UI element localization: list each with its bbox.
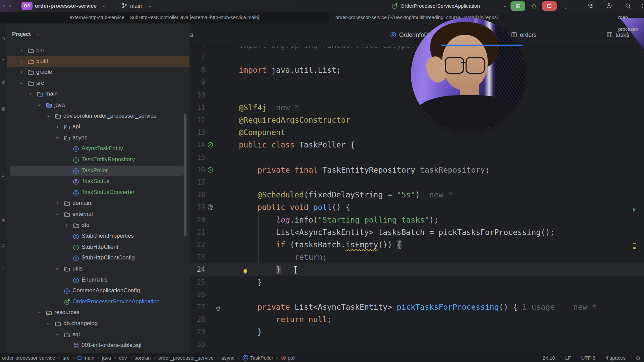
project-selector[interactable]: order-processor-service bbox=[35, 0, 97, 12]
breadcrumb-dev[interactable]: dev bbox=[119, 355, 127, 361]
divider[interactable]: − bbox=[0, 57, 7, 62]
chevron-right-icon[interactable]: › bbox=[19, 45, 24, 56]
code-line-30[interactable]: 30 bbox=[190, 339, 644, 351]
tree-item-async[interactable]: ›async bbox=[7, 132, 190, 143]
code-line-12[interactable]: 12@RequiredArgsConstructor bbox=[190, 114, 644, 126]
tree-item-AsyncTaskEntity[interactable]: CAsyncTaskEntity bbox=[7, 143, 190, 154]
chevron-down-icon[interactable]: ⌄ bbox=[148, 0, 152, 12]
chevron-down-icon[interactable]: › bbox=[52, 266, 63, 272]
chevron-right-icon[interactable]: › bbox=[55, 198, 60, 209]
code-line-23[interactable]: 23 return; bbox=[190, 251, 644, 263]
services-tool-icon[interactable]: ◆ bbox=[0, 217, 7, 222]
chevron-down-icon[interactable]: › bbox=[34, 310, 45, 315]
breadcrumb-TaskPoller[interactable]: CTaskPoller bbox=[242, 355, 273, 361]
line-ending-widget[interactable]: LF bbox=[565, 355, 571, 361]
chevron-right-icon[interactable]: › bbox=[19, 67, 24, 78]
tree-item-external[interactable]: ›external bbox=[7, 209, 190, 220]
tree-item-TaskStatusConverter[interactable]: CTaskStatusConverter bbox=[7, 187, 190, 198]
breadcrumb-async[interactable]: async bbox=[221, 355, 234, 361]
code-line-25[interactable]: 25 } bbox=[190, 276, 644, 289]
chevron-down-icon[interactable]: › bbox=[52, 212, 63, 217]
code-line-16[interactable]: 16 private final TaskEntityRepository ta… bbox=[190, 164, 644, 176]
encoding-widget[interactable]: UTF-8 bbox=[581, 355, 595, 361]
project-panel-title[interactable]: Project bbox=[12, 31, 31, 37]
breadcrumb-main[interactable]: main bbox=[77, 355, 95, 361]
chevron-down-icon[interactable]: › bbox=[52, 332, 63, 337]
code-line-20[interactable]: 20 log.info("Starting polling tasks"); bbox=[190, 214, 644, 226]
tree-item-sql[interactable]: ›sql bbox=[7, 329, 190, 340]
breadcrumb-poll[interactable]: mpoll bbox=[281, 355, 296, 361]
code-line-24[interactable]: 24 } bbox=[190, 263, 644, 276]
code-line-22[interactable]: 22 if (tasksBatch.isEmpty()) { bbox=[190, 239, 644, 251]
caret-position-widget[interactable]: 24:10 bbox=[542, 355, 555, 361]
tree-item-CommonApplicationConfig[interactable]: CCommonApplicationConfig bbox=[7, 285, 190, 296]
tree-item-utils[interactable]: ›utils bbox=[7, 263, 190, 275]
search-everywhere-button[interactable] bbox=[623, 1, 634, 11]
chevron-down-icon[interactable]: › bbox=[25, 92, 36, 97]
tree-item-api[interactable]: ›api bbox=[7, 121, 190, 132]
breadcrumb-order_processor_service[interactable]: order_processor_service bbox=[158, 355, 214, 361]
breadcrumb-sorokin[interactable]: sorokin bbox=[135, 355, 151, 361]
problems-tool-icon[interactable]: ○ bbox=[0, 265, 7, 270]
lock-icon[interactable] bbox=[636, 355, 641, 361]
tree-item-java[interactable]: ›java bbox=[7, 100, 190, 111]
tree-item-StubHttpClientConfig[interactable]: CStubHttpClientConfig bbox=[7, 252, 190, 263]
code-line-18[interactable]: 18 @Scheduled(fixedDelayString = "5s") n… bbox=[190, 189, 644, 201]
code-line-28[interactable]: 28 return null; bbox=[190, 313, 644, 326]
code-line-26[interactable]: 26 bbox=[190, 289, 644, 301]
tree-item-src[interactable]: ›src bbox=[7, 78, 190, 89]
tree-item-dev.sorokin.order_processor_service[interactable]: ›dev.sorokin.order_processor_service bbox=[7, 111, 190, 122]
breadcrumb-src[interactable]: src bbox=[63, 355, 69, 361]
chevron-right-icon[interactable]: › bbox=[64, 220, 69, 231]
chevron-down-icon[interactable]: › bbox=[34, 102, 45, 108]
window-title-left[interactable]: external-http-stub-service – SubHttpRest… bbox=[0, 12, 329, 23]
code-line-21[interactable]: 21 List<AsyncTaskEntity> tasksBatch = pi… bbox=[190, 226, 644, 239]
tree-item-EnumUtils[interactable]: CEnumUtils bbox=[7, 275, 190, 286]
tree-item-build[interactable]: ›build bbox=[7, 56, 190, 67]
breadcrumb-order-processor-service[interactable]: order-processor-service bbox=[2, 355, 55, 361]
at-gutter-icon[interactable]: @ bbox=[216, 304, 223, 310]
tree-item-StubHttpClient[interactable]: IStubHttpClient bbox=[7, 242, 190, 253]
indent-widget[interactable]: 4 spaces bbox=[605, 355, 626, 361]
tree-item-OrderProcessorServiceApplication[interactable]: OrderProcessorServiceApplication bbox=[7, 296, 190, 307]
code-line-13[interactable]: 13@Component bbox=[190, 126, 644, 139]
rerun-button[interactable] bbox=[511, 1, 525, 11]
code-line-17[interactable]: 17 bbox=[190, 176, 644, 189]
code-line-11[interactable]: 11@Slf4j new * bbox=[190, 102, 644, 114]
chevron-down-icon[interactable]: › bbox=[43, 113, 54, 119]
chevron-right-icon[interactable]: › bbox=[55, 121, 60, 132]
database-tool-icon[interactable]: ▤ bbox=[0, 243, 7, 248]
more-actions-button[interactable]: ⋮ bbox=[561, 1, 571, 11]
chevron-down-icon[interactable]: ⌄ bbox=[102, 0, 106, 12]
add-user-button[interactable] bbox=[604, 1, 615, 11]
chevron-down-icon[interactable]: ⌄ bbox=[503, 0, 507, 12]
tree-item-db.changelog[interactable]: ›db.changelog bbox=[7, 318, 190, 329]
tree-item-gradle[interactable]: ›gradle bbox=[7, 67, 190, 78]
autowire-gutter-icon[interactable] bbox=[207, 167, 214, 173]
tree-item-TaskEntityRepository[interactable]: ITaskEntityRepository bbox=[7, 154, 190, 165]
chevron-down-icon[interactable]: › bbox=[43, 321, 54, 326]
tree-item-resources[interactable]: ›resources bbox=[7, 307, 190, 318]
code-line-29[interactable]: 29 } bbox=[190, 326, 644, 338]
traffic-light-icon[interactable] bbox=[9, 5, 11, 7]
tree-scrollbar[interactable] bbox=[184, 114, 186, 236]
tree-item-domain[interactable]: ›domain bbox=[7, 198, 190, 209]
breadcrumb-java[interactable]: java bbox=[102, 355, 111, 361]
bean-gutter-icon[interactable] bbox=[207, 141, 214, 148]
commit-tool-icon[interactable]: ◉ bbox=[0, 80, 7, 85]
tree-item-TaskPoller[interactable]: CTaskPoller bbox=[7, 165, 190, 176]
ai-assistant-button[interactable] bbox=[586, 1, 597, 11]
schedule-gutter-icon[interactable] bbox=[207, 204, 214, 210]
chevron-down-icon[interactable]: › bbox=[52, 135, 63, 140]
tree-item-TaskStatus[interactable]: ETaskStatus bbox=[7, 176, 190, 187]
clipped-editor-tab[interactable]: a bbox=[190, 23, 194, 46]
tree-item-bin[interactable]: ›bin bbox=[7, 45, 190, 56]
chevron-down-icon[interactable]: ⌄ bbox=[36, 32, 40, 37]
structure-tool-icon[interactable]: ▣ bbox=[0, 106, 7, 111]
code-line-19[interactable]: 19 public void poll() { bbox=[190, 201, 644, 214]
run-configuration-selector[interactable]: OrderProcessorServiceApplication bbox=[400, 0, 480, 12]
stop-button[interactable] bbox=[542, 1, 557, 11]
branch-selector[interactable]: main bbox=[130, 0, 142, 12]
tree-item-StubClientProperties[interactable]: CStubClientProperties bbox=[7, 231, 190, 242]
chevron-right-icon[interactable]: › bbox=[19, 56, 24, 67]
